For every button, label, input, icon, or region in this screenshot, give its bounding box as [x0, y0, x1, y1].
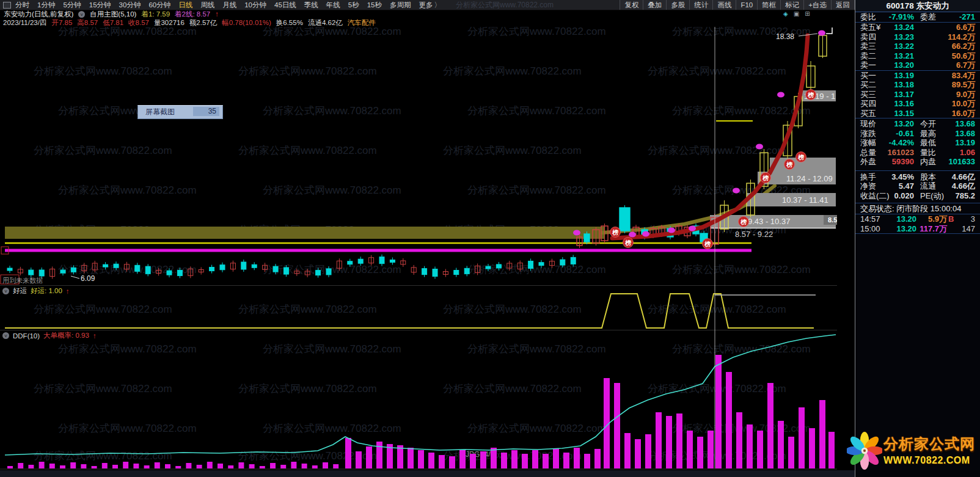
- volume-bar: [439, 455, 445, 468]
- weibi-row: 委比 -7.91% 委差 -271: [855, 12, 980, 22]
- info-label: 股本: [920, 172, 936, 182]
- order-volume: 16.0万: [952, 109, 975, 118]
- sell-row[interactable]: 卖二13.2150.6万: [855, 51, 980, 61]
- volume-bar: [376, 442, 382, 468]
- candle: [560, 260, 565, 265]
- bang-badge-label: 榜: [624, 239, 632, 246]
- order-level-label: 卖二: [860, 51, 876, 61]
- tick-price: 13.20: [896, 214, 916, 224]
- volume-bar: [228, 465, 233, 468]
- signal-dot: [642, 231, 649, 237]
- menu-item-13[interactable]: 5秒: [348, 1, 359, 10]
- menu-item-11[interactable]: 季线: [304, 1, 318, 10]
- window-icon[interactable]: [3, 2, 11, 9]
- order-price: 13.16: [894, 99, 914, 109]
- volume-bar: [708, 431, 714, 468]
- action-button-6[interactable]: 简框: [757, 0, 780, 10]
- action-button-1[interactable]: 叠加: [643, 0, 666, 10]
- buy-row[interactable]: 买四13.1610.0万: [855, 99, 980, 109]
- toast-label: 屏幕截图: [138, 107, 175, 117]
- low-value: 低7.81: [103, 18, 123, 27]
- menu-item-0[interactable]: 分时: [15, 1, 29, 10]
- menu-item-3[interactable]: 15分钟: [89, 1, 111, 10]
- order-volume: 10.0万: [952, 99, 975, 109]
- candle: [273, 266, 278, 272]
- menu-item-9[interactable]: 10分钟: [244, 1, 266, 10]
- grid-icon[interactable]: ⊞: [805, 10, 810, 17]
- collapse-panel2-icon[interactable]: v: [2, 288, 9, 294]
- tick-side: B: [948, 214, 954, 224]
- sell-row[interactable]: 卖五¥13.246.6万: [855, 23, 980, 32]
- panel3-name[interactable]: DDF(10): [13, 332, 40, 340]
- watermark-text: 分析家公式网www.70822.com: [58, 264, 197, 275]
- quote-panel: 600178 东安动力 委比 -7.91% 委差 -271 卖五¥13.246.…: [855, 0, 980, 477]
- volume-bar: [144, 465, 150, 468]
- menu-item-6[interactable]: 日线: [178, 1, 192, 10]
- buy-row[interactable]: 买五13.1516.0万: [855, 109, 980, 118]
- buy-row[interactable]: 买一13.1983.4万: [855, 71, 980, 81]
- info-label: PE(动): [920, 191, 944, 201]
- action-button-8[interactable]: +自选: [803, 0, 831, 10]
- volume-bar: [819, 400, 825, 468]
- tick-time: 15:00: [860, 224, 880, 234]
- screenshot-icon[interactable]: ▣: [794, 10, 799, 17]
- sector-link[interactable]: 汽车配件: [348, 18, 376, 27]
- signal-dot: [756, 144, 763, 150]
- close-value: 收8.57: [128, 18, 149, 27]
- collapse-main-icon[interactable]: v: [78, 11, 85, 18]
- panel2-name[interactable]: 好运: [13, 286, 27, 296]
- candle: [390, 260, 395, 262]
- main-indicator-label[interactable]: 自用主图(5,10): [90, 10, 136, 19]
- menu-item-8[interactable]: 月线: [222, 1, 236, 10]
- menu-item-15[interactable]: 多周期: [390, 1, 411, 10]
- menu-item-1[interactable]: 1分钟: [37, 1, 55, 10]
- info-row: 外盘59390内盘101633: [855, 157, 980, 167]
- sell-row[interactable]: 卖三13.2266.2万: [855, 42, 980, 51]
- buy-row[interactable]: 买三13.179.0万: [855, 90, 980, 100]
- candle: [71, 268, 76, 272]
- volume-bar: [697, 437, 703, 468]
- tag-pointer-line: [71, 276, 79, 279]
- action-button-0[interactable]: 复权: [620, 0, 643, 10]
- action-button-5[interactable]: F10: [736, 0, 757, 10]
- info-label: 涨跌: [860, 129, 876, 139]
- menu-item-4[interactable]: 30分钟: [119, 1, 141, 10]
- menu-item-16[interactable]: 更多: [419, 1, 433, 10]
- info-value: 161023: [888, 148, 914, 158]
- info-value: 1.06: [960, 148, 975, 158]
- trade-status: 交易状态: 闭市阶段 15:00:04: [855, 203, 980, 214]
- order-level-label: 卖一: [860, 60, 876, 70]
- sell-row[interactable]: 卖一13.206.7万: [855, 60, 980, 70]
- buy-row[interactable]: 买二13.1889.5万: [855, 80, 980, 90]
- menu-item-14[interactable]: 15秒: [367, 1, 382, 10]
- sell-row[interactable]: 卖四13.23114.2万: [855, 32, 980, 42]
- info-label: 涨幅: [860, 138, 876, 148]
- watermark-text: 分析家公式网www.70822.com: [443, 304, 582, 315]
- menu-item-12[interactable]: 年线: [326, 1, 340, 10]
- action-button-2[interactable]: 多股: [666, 0, 689, 10]
- menu-item-5[interactable]: 60分钟: [148, 1, 170, 10]
- order-price: 13.21: [894, 51, 914, 61]
- tick-volume: 5.9万: [928, 214, 947, 224]
- menu-item-2[interactable]: 5分钟: [63, 1, 81, 10]
- main-chart[interactable]: 分析家公式网www.70822.com分析家公式网www.70822.com分析…: [0, 27, 837, 477]
- info-row: 现价13.20今开13.68: [855, 119, 980, 129]
- volume-value: 量302716: [154, 18, 185, 27]
- action-button-3[interactable]: 统计: [689, 0, 712, 10]
- open-value: 开7.85: [51, 18, 72, 27]
- ma-band: [5, 227, 605, 239]
- chevron-right-icon[interactable]: 〉: [434, 1, 442, 10]
- menu-item-10[interactable]: 45日线: [274, 1, 296, 10]
- topbar-watermark: 分析家公式网www.70822.com: [456, 0, 620, 10]
- weibi-value: -7.91%: [889, 12, 914, 22]
- action-button-4[interactable]: 画线: [712, 0, 736, 10]
- bang-badge-label: 榜: [762, 175, 769, 181]
- volume-bar: [501, 453, 507, 468]
- action-button-7[interactable]: 标记: [780, 0, 803, 10]
- watermark-text: 分析家公式网www.70822.com: [467, 423, 606, 434]
- collapse-panel3-icon[interactable]: v: [2, 332, 9, 339]
- tick-count: 147: [962, 224, 975, 234]
- menu-item-7[interactable]: 周线: [200, 1, 214, 10]
- action-button-9[interactable]: 返回: [831, 0, 855, 10]
- diamond-icon[interactable]: ◈: [783, 10, 788, 17]
